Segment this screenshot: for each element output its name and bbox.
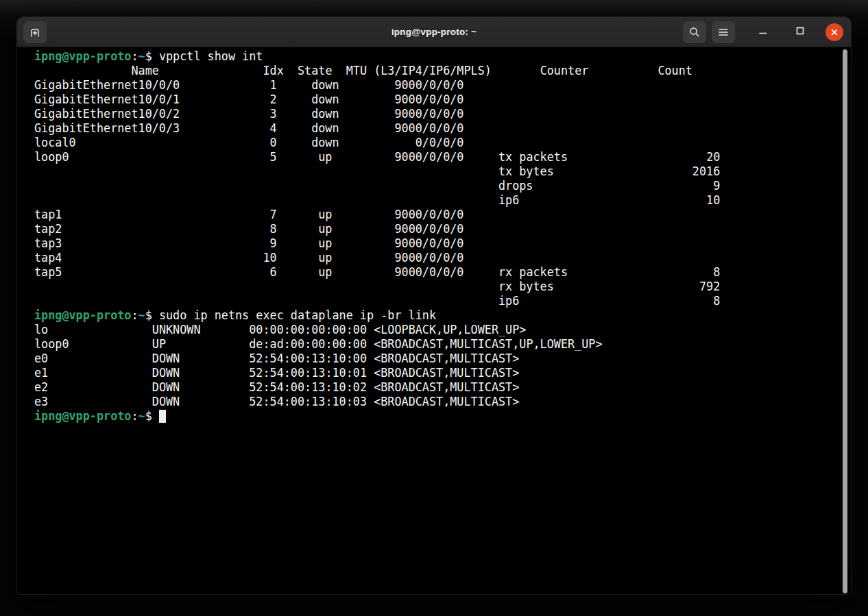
terminal-line: ip6 8 (34, 294, 841, 308)
terminal-line: e3 DOWN 52:54:00:13:10:03 <BROADCAST,MUL… (34, 395, 841, 409)
menu-icon (717, 26, 730, 38)
search-icon (688, 26, 701, 38)
terminal-line: e0 DOWN 52:54:00:13:10:00 <BROADCAST,MUL… (34, 352, 841, 366)
terminal-line: tap1 7 up 9000/0/0/0 (34, 208, 841, 222)
terminal-cursor (159, 410, 166, 423)
terminal-line: Name Idx State MTU (L3/IP4/IP6/MPLS) Cou… (34, 64, 841, 78)
terminal-line: loop0 5 up 9000/0/0/0 tx packets 20 (34, 150, 841, 164)
maximize-icon (795, 25, 806, 38)
terminal-line: GigabitEthernet10/0/1 2 down 9000/0/0/0 (34, 93, 841, 107)
terminal-line: e1 DOWN 52:54:00:13:10:01 <BROADCAST,MUL… (34, 366, 841, 380)
minimize-button[interactable] (753, 22, 773, 42)
minimize-icon (758, 25, 769, 38)
terminal-window: ipng@vpp-proto: ~ (16, 16, 852, 595)
close-button[interactable] (824, 22, 845, 42)
terminal-scrollbar[interactable] (843, 49, 847, 593)
titlebar-controls (683, 21, 845, 43)
terminal-line: ipng@vpp-proto:~$ sudo ip netns exec dat… (34, 308, 841, 323)
new-tab-icon (28, 25, 42, 39)
terminal-line: GigabitEthernet10/0/3 4 down 9000/0/0/0 (34, 121, 841, 136)
terminal-line: tap4 10 up 9000/0/0/0 (34, 251, 841, 265)
terminal-line: ipng@vpp-proto:~$ vppctl show int (34, 49, 841, 64)
terminal-line: lo UNKNOWN 00:00:00:00:00:00 <LOOPBACK,U… (34, 323, 841, 337)
search-button[interactable] (683, 21, 706, 43)
terminal-line: ipng@vpp-proto:~$ (34, 409, 841, 423)
new-tab-button[interactable] (23, 21, 47, 43)
menu-button[interactable] (712, 21, 735, 43)
terminal-line: ip6 10 (34, 193, 841, 208)
maximize-button[interactable] (790, 22, 810, 42)
terminal-line: drops 9 (34, 179, 841, 193)
terminal-line: tx bytes 2016 (34, 164, 841, 179)
terminal-screen[interactable]: ipng@vpp-proto:~$ vppctl show int Name I… (17, 47, 851, 595)
terminal-line: rx bytes 792 (34, 280, 841, 294)
terminal-line: tap3 9 up 9000/0/0/0 (34, 236, 841, 251)
terminal-line: local0 0 down 0/0/0/0 (34, 136, 841, 150)
terminal-line: GigabitEthernet10/0/0 1 down 9000/0/0/0 (34, 78, 841, 93)
terminal-line: loop0 UP de:ad:00:00:00:00 <BROADCAST,MU… (34, 337, 841, 352)
close-icon (825, 23, 843, 41)
terminal-line: e2 DOWN 52:54:00:13:10:02 <BROADCAST,MUL… (34, 380, 841, 395)
titlebar: ipng@vpp-proto: ~ (17, 17, 851, 47)
terminal-line: GigabitEthernet10/0/2 3 down 9000/0/0/0 (34, 107, 841, 121)
terminal-line: tap5 6 up 9000/0/0/0 rx packets 8 (34, 265, 841, 280)
terminal-line: tap2 8 up 9000/0/0/0 (34, 222, 841, 236)
